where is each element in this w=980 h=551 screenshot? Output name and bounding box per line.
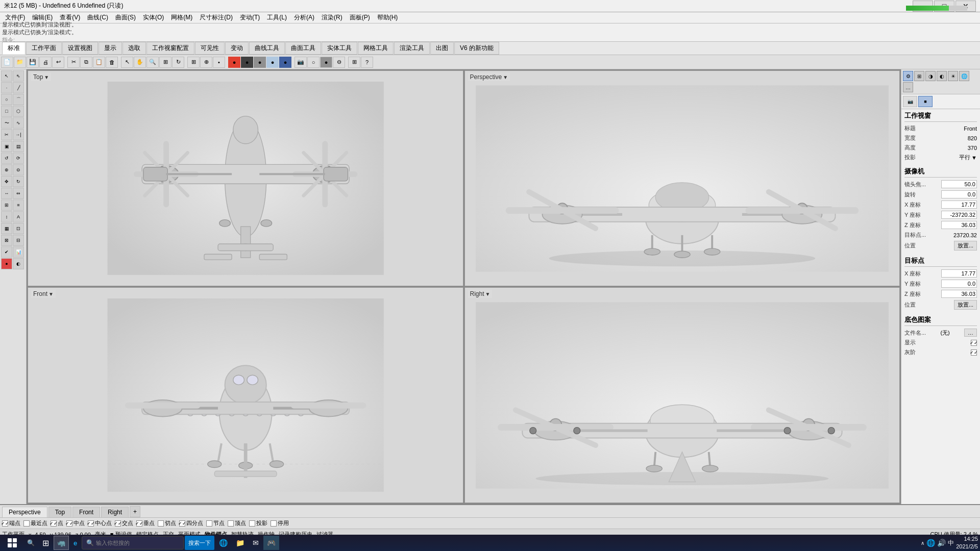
tool-select[interactable]: ↖ [121,57,133,68]
bottom-tab-right[interactable]: Right [101,507,129,517]
viewport-top-label[interactable]: Top ▼ [31,73,51,81]
lt-sweep[interactable]: ⟳ [13,153,24,164]
lt-array[interactable]: ⊞ [1,199,12,211]
start-button[interactable] [2,536,22,550]
snap-cb-quadrant[interactable]: ✓ [179,520,185,527]
taskview-btn[interactable]: ⊞ [39,536,53,550]
taskbar-app-edge[interactable]: 🌐 [215,536,231,550]
tab-transform[interactable]: 变动 [225,42,249,55]
tool-undo[interactable]: ↩ [52,57,64,68]
snap-perpendicular[interactable]: ✓ 垂点 [136,519,155,527]
tool-color2[interactable]: ● [241,57,253,68]
lt-revolve[interactable]: ↺ [1,153,12,164]
viewport-right[interactable]: Right ▼ [464,287,900,503]
tray-expand[interactable]: ∧ [921,540,924,546]
tool-paste[interactable]: 📋 [93,57,105,68]
tool-color4[interactable]: ● [266,57,279,68]
tool-open[interactable]: 📁 [14,57,26,68]
rp-icon-material[interactable]: ◐ [937,71,947,81]
snap-midpoint[interactable]: ✓ 中点 [66,519,85,527]
lt-scale[interactable]: ↔ [1,188,12,199]
tab-workplane[interactable]: 工作平面 [26,42,62,55]
lt-render2[interactable]: ◐ [13,258,24,269]
tool-camera[interactable]: 📷 [295,57,307,68]
taskbar-app-mail[interactable]: ✉ [249,536,262,550]
tool-point[interactable]: • [213,57,225,68]
tray-network[interactable]: 🌐 [926,539,935,547]
viewport-front[interactable]: Front ▼ [28,287,463,503]
rp-cb-show[interactable]: ✓ [971,340,977,346]
rp-icon-properties[interactable]: ⚙ [903,71,913,81]
rp-btn-position[interactable]: 放置... [954,241,977,251]
lt-freehand[interactable]: 〜 [1,117,12,129]
lt-extend[interactable]: →| [13,129,24,140]
tool-save[interactable]: 💾 [27,57,39,68]
rp-icon-light[interactable]: ☀ [948,71,958,81]
rp-input-xcam[interactable] [941,201,977,209]
snap-center[interactable]: ✓ 中心点 [88,519,112,527]
viewport-right-label[interactable]: Right ▼ [468,290,493,298]
tool-help[interactable]: ? [361,57,373,68]
lt-trim[interactable]: ✂ [1,129,12,140]
rp-cb-gray[interactable]: ✓ [971,349,977,356]
rp-input-ycam[interactable] [941,211,977,219]
snap-cb-disable[interactable] [271,520,277,527]
tool-sphere[interactable]: ○ [307,57,320,68]
bottom-tab-perspective[interactable]: Perspective [2,507,47,517]
snap-vertex[interactable]: 顶点 [228,519,246,527]
viewport-front-label[interactable]: Front ▼ [31,290,56,298]
snap-cb-nearest[interactable] [23,520,30,527]
tool-color5[interactable]: ● [279,57,291,68]
tool-ref[interactable]: ⊖ [333,57,345,68]
tab-solidtools[interactable]: 实体工具 [322,42,357,55]
snap-point[interactable]: ✓ 点 [51,519,63,527]
lt-dim[interactable]: ↕ [1,211,12,222]
rp-icon-env[interactable]: 🌐 [959,71,969,81]
lt-hatch[interactable]: ▦ [1,223,12,234]
tray-volume[interactable]: 🔊 [937,539,946,547]
tab-curvetools[interactable]: 曲线工具 [249,42,285,55]
rp-btn-filename[interactable]: … [964,329,977,337]
lt-boolean-sub[interactable]: ⊖ [13,164,24,176]
tool-color1[interactable]: ● [228,57,240,68]
snap-cb-vertex[interactable] [228,520,234,527]
snap-cb-project[interactable] [249,520,255,527]
snap-tangent[interactable]: 切点 [158,519,176,527]
tool-pan[interactable]: ✋ [134,57,146,68]
rp-input-ty[interactable] [941,280,977,288]
bottom-tab-top[interactable]: Top [48,507,71,517]
tab-display[interactable]: 显示 [99,42,122,55]
tool-del[interactable]: 🗑 [106,57,118,68]
bottom-tab-front[interactable]: Front [72,507,100,517]
tool-cut[interactable]: ✂ [67,57,80,68]
tab-v6new[interactable]: V6 的新功能 [454,42,499,55]
lt-circle[interactable]: ○ [1,94,12,105]
snap-intersection[interactable]: ✓ 交点 [115,519,133,527]
lt-select[interactable]: ↖ [1,70,12,82]
search-bar[interactable]: 🔍 输入你想搜的 [82,536,184,549]
tool-zoom[interactable]: 🔍 [146,57,159,68]
tab-surfacetools[interactable]: 曲面工具 [285,42,321,55]
tool-sphere2[interactable]: ● [320,57,332,68]
rp-dropdown-projection[interactable]: 平行 ▼ [959,154,977,161]
lt-mesh[interactable]: ⊠ [1,235,12,246]
snap-cb-intersection[interactable]: ✓ [115,520,121,527]
tab-setview[interactable]: 设置视图 [62,42,98,55]
snap-cb-tangent[interactable] [158,520,164,527]
snap-knot[interactable]: 节点 [206,519,225,527]
snap-disable[interactable]: 停用 [271,519,289,527]
taskbar-app-rhino[interactable]: 🦏 [54,536,69,550]
rp-btn-tpos[interactable]: 放置... [954,300,977,310]
rp-display-shaded[interactable]: ■ [918,96,933,107]
lt-mirror[interactable]: ⇔ [13,188,24,199]
tool-snap[interactable]: ⊕ [200,57,212,68]
viewport-top[interactable]: Top ▼ [28,70,463,286]
rp-display-camera[interactable]: 📷 [903,96,917,107]
lt-check[interactable]: ✔ [1,246,12,258]
snap-cb-perpendicular[interactable]: ✓ [136,520,142,527]
snap-cb-point[interactable]: ✓ [51,520,57,527]
tab-select[interactable]: 选取 [122,42,146,55]
tray-ime[interactable]: 中 [948,539,954,547]
tool-copy[interactable]: ⧉ [80,57,92,68]
rp-input-tz[interactable] [941,290,977,298]
